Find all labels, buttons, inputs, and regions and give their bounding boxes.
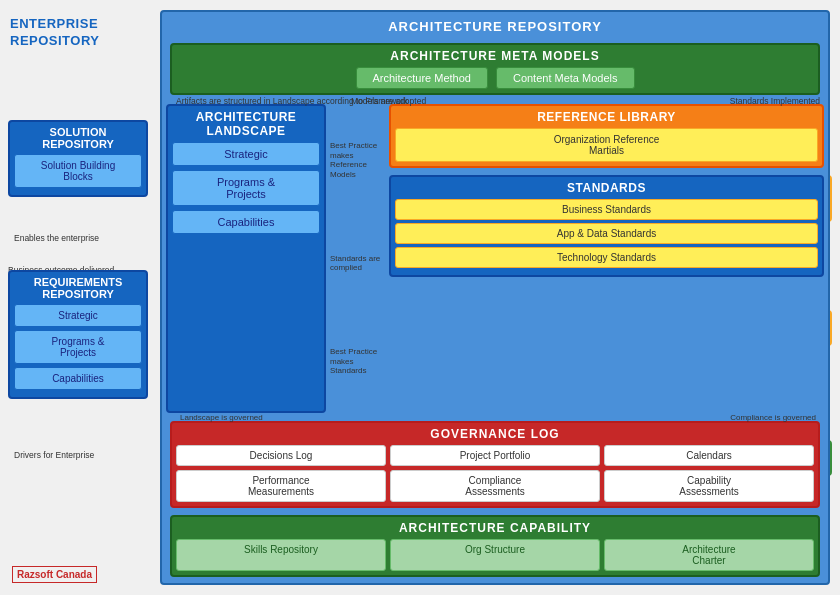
- technology-standards: Technology Standards: [395, 247, 818, 268]
- solution-building-blocks: Solution Building Blocks: [14, 154, 142, 188]
- arch-repo-title: Architecture Repository: [166, 16, 824, 37]
- reference-library: Reference Library Organization Reference…: [389, 104, 824, 168]
- standards-impl-annotation: Standards Implemented: [730, 96, 820, 106]
- req-strategic: Strategic: [14, 304, 142, 327]
- arch-landscape-title: Architecture Landscape: [172, 110, 320, 138]
- architecture-method-box: Architecture Method: [356, 67, 488, 89]
- arch-meta-models: Architecture Meta Models Architecture Me…: [170, 43, 820, 95]
- req-repo-title: Requirements Repository: [14, 276, 142, 300]
- best-practice-ref-annotation: Best Practice makes Reference Models: [330, 141, 385, 179]
- compliance-governed-annotation: Compliance is governed: [730, 413, 816, 423]
- standards-complied-annotation: Standards are complied: [330, 254, 385, 273]
- architecture-landscape: Architecture Landscape Strategic Program…: [166, 104, 326, 413]
- compliance-assessments: Compliance Assessments: [390, 470, 600, 502]
- solution-repository: Solution Repository Solution Building Bl…: [8, 120, 148, 197]
- org-structure: Org Structure: [390, 539, 600, 571]
- requirements-repository: Requirements Repository Strategic Progra…: [8, 270, 148, 399]
- razsoft-canada: Razsoft Canada: [12, 566, 97, 583]
- arch-meta-models-title: Architecture Meta Models: [176, 49, 814, 63]
- content-meta-models-box: Content Meta Models: [496, 67, 635, 89]
- arch-capability-title: Architecture Capability: [176, 521, 814, 535]
- app-data-standards: App & Data Standards: [395, 223, 818, 244]
- landscape-programs-projects: Programs & Projects: [172, 170, 320, 206]
- org-reference-martials: Organization Reference Martials: [395, 128, 818, 162]
- models-adopted-annotation: Models are adopted: [351, 96, 426, 106]
- solution-repo-title: Solution Repository: [14, 126, 142, 150]
- req-capabilities: Capabilities: [14, 367, 142, 390]
- standards: Standards Business Standards App & Data …: [389, 175, 824, 277]
- enables-annotation: Enables the enterprise: [14, 233, 99, 243]
- enterprise-repository-label: Enterprise Repository: [10, 16, 100, 50]
- ref-library-title: Reference Library: [395, 110, 818, 124]
- calendars: Calendars: [604, 445, 814, 466]
- business-standards: Business Standards: [395, 199, 818, 220]
- architecture-capability: Architecture Capability Skills Repositor…: [170, 515, 820, 577]
- standards-title: Standards: [395, 181, 818, 195]
- req-programs-projects: Programs & Projects: [14, 330, 142, 364]
- main-container: Architecture Repository Architecture Met…: [160, 10, 830, 585]
- decisions-log: Decisions Log: [176, 445, 386, 466]
- governance-log: Governance Log Decisions Log Project Por…: [170, 421, 820, 508]
- project-portfolio: Project Portfolio: [390, 445, 600, 466]
- landscape-capabilities: Capabilities: [172, 210, 320, 234]
- architecture-charter: Architecture Charter: [604, 539, 814, 571]
- governance-log-title: Governance Log: [176, 427, 814, 441]
- skills-repository: Skills Repository: [176, 539, 386, 571]
- drivers-annotation: Drivers for Enterprise: [14, 450, 94, 460]
- performance-measurements: Performance Measurements: [176, 470, 386, 502]
- capability-assessments: Capability Assessments: [604, 470, 814, 502]
- best-practice-std-annotation: Best Practice makes Standards: [330, 347, 385, 376]
- landscape-strategic: Strategic: [172, 142, 320, 166]
- landscape-governed-annotation: Landscape is governed: [180, 413, 263, 423]
